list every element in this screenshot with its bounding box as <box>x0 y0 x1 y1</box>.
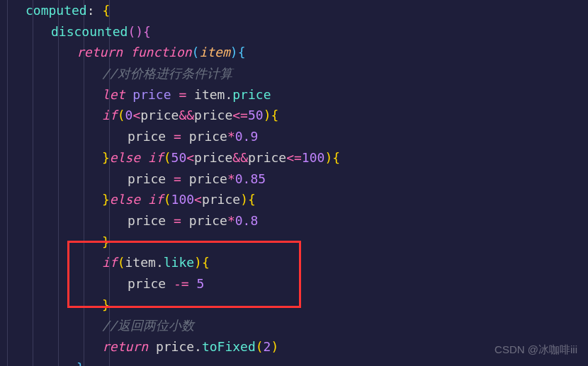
code-line: //对价格进行条件计算 <box>0 63 588 84</box>
code-line: }else if(50<price&&price<=100){ <box>0 147 588 168</box>
code-line: } <box>0 231 588 253</box>
watermark: CSDN @冰咖啡iii <box>494 341 577 359</box>
code-line: let price = item.price <box>0 84 588 105</box>
code-line: price = price*0.9 <box>0 126 588 147</box>
code-line: price -= 5 <box>0 273 588 294</box>
code-line: return function(item){ <box>0 42 588 63</box>
code-line: } <box>0 294 588 316</box>
code-line: if(item.like){ <box>0 252 588 273</box>
code-line: price = price*0.8 <box>0 210 588 231</box>
code-line: computed: { <box>0 0 588 21</box>
code-editor: computed: { discounted(){ return functio… <box>0 0 588 366</box>
code-line: }else if(100<price){ <box>0 189 588 210</box>
code-line: price = price*0.85 <box>0 168 588 190</box>
code-line: discounted(){ <box>0 21 588 42</box>
code-line: //返回两位小数 <box>0 315 588 336</box>
code-line: if(0<price&&price<=50){ <box>0 105 588 126</box>
